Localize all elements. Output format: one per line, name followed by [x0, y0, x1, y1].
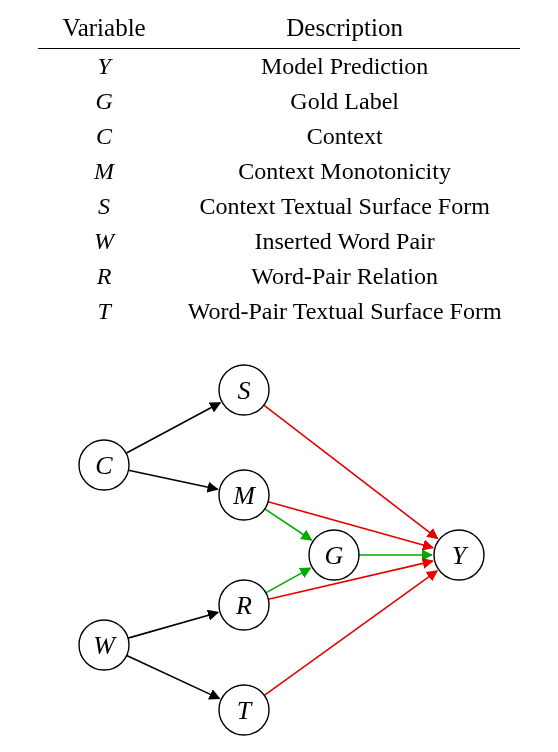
table-row: WInserted Word Pair — [38, 224, 519, 259]
variable-description: Word-Pair Relation — [170, 259, 520, 294]
edge-T-Y — [264, 571, 437, 696]
variable-symbol: T — [38, 294, 169, 329]
variable-description: Inserted Word Pair — [170, 224, 520, 259]
node-label: Y — [452, 541, 469, 570]
node-label: S — [238, 376, 251, 405]
node-label: W — [93, 631, 117, 660]
variable-symbol: Y — [38, 49, 169, 85]
table-row: YModel Prediction — [38, 49, 519, 85]
node-Y: Y — [434, 530, 484, 580]
table-row: SContext Textual Surface Form — [38, 189, 519, 224]
variable-symbol: R — [38, 259, 169, 294]
causal-diagram: CWSMRTGY — [0, 345, 558, 752]
edge-R-G — [266, 568, 311, 593]
node-R: R — [219, 580, 269, 630]
variable-symbol: G — [38, 84, 169, 119]
variable-symbol: C — [38, 119, 169, 154]
variable-symbol: S — [38, 189, 169, 224]
node-G: G — [309, 530, 359, 580]
header-description: Description — [170, 12, 520, 49]
edge-W-R — [128, 612, 218, 638]
edge-S-Y — [264, 405, 438, 538]
node-S: S — [219, 365, 269, 415]
node-label: R — [235, 591, 252, 620]
variable-description: Model Prediction — [170, 49, 520, 85]
node-label: C — [95, 451, 113, 480]
table-row: TWord-Pair Textual Surface Form — [38, 294, 519, 329]
variable-description: Gold Label — [170, 84, 520, 119]
table-row: RWord-Pair Relation — [38, 259, 519, 294]
table-row: CContext — [38, 119, 519, 154]
node-T: T — [219, 685, 269, 735]
table-row: GGold Label — [38, 84, 519, 119]
header-variable: Variable — [38, 12, 169, 49]
node-label: T — [237, 696, 253, 725]
variable-symbol: W — [38, 224, 169, 259]
node-label: M — [232, 481, 256, 510]
variable-symbol: M — [38, 154, 169, 189]
variable-table: Variable Description YModel PredictionGG… — [38, 12, 519, 329]
variable-description: Word-Pair Textual Surface Form — [170, 294, 520, 329]
variable-description: Context Textual Surface Form — [170, 189, 520, 224]
table-row: MContext Monotonicity — [38, 154, 519, 189]
edge-W-T — [127, 656, 220, 699]
edge-C-M — [128, 470, 217, 489]
edge-C-S — [126, 403, 220, 453]
variable-description: Context Monotonicity — [170, 154, 520, 189]
node-C: C — [79, 440, 129, 490]
node-W: W — [79, 620, 129, 670]
edge-M-G — [265, 509, 312, 540]
node-label: G — [325, 541, 344, 570]
node-M: M — [219, 470, 269, 520]
variable-description: Context — [170, 119, 520, 154]
